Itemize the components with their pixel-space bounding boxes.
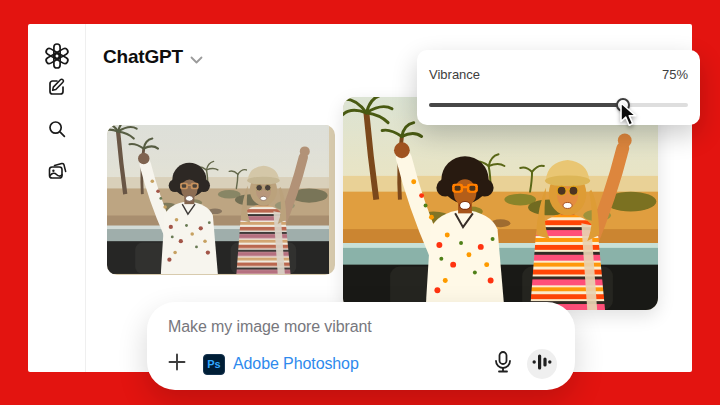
sidebar-item-new-chat[interactable] — [40, 70, 74, 104]
search-icon — [47, 119, 67, 139]
slider-fill — [429, 103, 623, 107]
chevron-down-icon — [190, 50, 203, 68]
vibrance-slider[interactable] — [429, 97, 688, 113]
slider-knob[interactable] — [616, 98, 630, 112]
composer[interactable]: Make my image more vibrant Ps Adobe Phot… — [147, 302, 575, 390]
microphone-icon — [492, 350, 514, 378]
photoshop-badge-icon: Ps — [203, 354, 225, 375]
plus-icon — [168, 353, 186, 375]
vibrance-panel: Vibrance 75% — [417, 50, 700, 125]
sidebar-item-search[interactable] — [40, 112, 74, 146]
sidebar-item-library[interactable] — [40, 154, 74, 188]
model-switcher[interactable]: ChatGPT — [103, 46, 203, 68]
dictate-button[interactable] — [489, 350, 517, 378]
voice-waveform-icon — [532, 353, 552, 375]
compose-icon — [47, 77, 67, 97]
images-icon — [47, 161, 67, 181]
page-title: ChatGPT — [103, 46, 183, 68]
tool-name: Adobe Photoshop — [233, 355, 359, 373]
prompt-input[interactable]: Make my image more vibrant — [168, 318, 557, 336]
tool-chip-photoshop[interactable]: Ps Adobe Photoshop — [203, 354, 359, 375]
vibrance-label: Vibrance — [429, 67, 480, 82]
before-image[interactable] — [107, 125, 335, 275]
sidebar — [28, 24, 86, 372]
openai-logo[interactable] — [43, 42, 71, 70]
after-image[interactable] — [343, 97, 658, 310]
attach-button[interactable] — [168, 353, 186, 375]
voice-mode-button[interactable] — [527, 349, 557, 379]
vibrance-value: 75% — [662, 67, 688, 82]
